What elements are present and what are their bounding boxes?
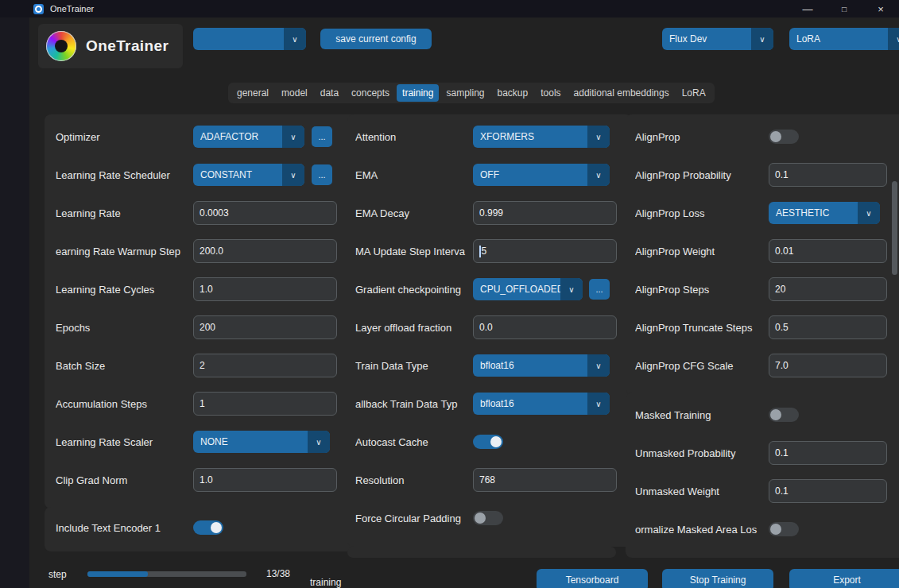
force-circular-padding-switch[interactable] xyxy=(473,511,503,525)
chevron-down-icon: ∨ xyxy=(587,354,610,377)
chevron-down-icon: ∨ xyxy=(587,393,610,415)
tab-concepts[interactable]: concepts xyxy=(346,84,395,102)
learning-rate-input[interactable]: 0.0003 xyxy=(193,201,337,225)
autocast-cache-switch[interactable] xyxy=(473,435,503,449)
fallback-train-data-type-dropdown[interactable]: bfloat16 ∨ xyxy=(473,393,610,415)
tab-lora[interactable]: LoRA xyxy=(676,84,711,102)
field-row: AlignProp CFG Scale 7.0 xyxy=(635,346,896,385)
alignprop-truncate-steps-input[interactable]: 0.5 xyxy=(769,315,887,339)
field-row: AlignProp Loss AESTHETIC ∨ xyxy=(635,194,896,232)
tab-tools[interactable]: tools xyxy=(535,84,566,102)
alignprop-cfg-scale-input[interactable]: 7.0 xyxy=(769,354,887,377)
include-text-encoder-1-switch[interactable] xyxy=(193,520,223,535)
gradient-checkpointing-more-button[interactable]: ... xyxy=(589,279,610,300)
alignprop-cfg-scale-label: AlignProp CFG Scale xyxy=(635,360,769,372)
field-row: MA Update Step Interva 5 xyxy=(355,232,624,270)
field-row: Gradient checkpointing CPU_OFFLOADED ∨ .… xyxy=(355,270,624,308)
learning-rate-warmup-steps-label: earning Rate Warmup Step xyxy=(56,246,193,257)
unmasked-weight-input[interactable]: 0.1 xyxy=(769,479,887,503)
learning-rate-cycles-input[interactable]: 1.0 xyxy=(193,277,337,301)
attention-label: Attention xyxy=(355,131,473,143)
alignprop-probability-input[interactable]: 0.1 xyxy=(769,163,887,187)
epochs-label: Epochs xyxy=(56,322,193,334)
stop-training-button[interactable]: Stop Training xyxy=(662,569,773,588)
training-method-dropdown[interactable]: LoRA ∨ xyxy=(789,28,899,50)
onetrainer-window: OneTrainer — □ × OneTrainer ∨ save curre… xyxy=(0,0,899,588)
maximize-button[interactable]: □ xyxy=(826,0,862,17)
attention-dropdown[interactable]: XFORMERS ∨ xyxy=(473,126,610,148)
model-type-dropdown[interactable]: Flux Dev ∨ xyxy=(662,28,773,50)
optimizer-more-button[interactable]: ... xyxy=(312,126,332,147)
accumulation-steps-label: Accumulation Steps xyxy=(56,398,193,410)
masked-training-switch[interactable] xyxy=(769,408,799,422)
text-encoder-panel: Include Text Encoder 1 xyxy=(45,507,360,551)
chevron-down-icon: ∨ xyxy=(751,28,773,50)
layer-offload-fraction-input[interactable]: 0.0 xyxy=(473,315,617,339)
fallback-train-data-type-label: allback Train Data Typ xyxy=(355,398,473,410)
tensorboard-button[interactable]: Tensorboard xyxy=(537,569,648,588)
ema-dropdown[interactable]: OFF ∨ xyxy=(473,164,610,186)
resolution-input[interactable]: 768 xyxy=(473,468,617,492)
resolution-label: Resolution xyxy=(355,474,473,486)
accumulation-steps-input[interactable]: 1 xyxy=(193,392,337,416)
field-row: AlignProp Probability 0.1 xyxy=(635,156,896,194)
field-row: Include Text Encoder 1 xyxy=(56,509,349,547)
tab-data[interactable]: data xyxy=(315,84,344,102)
chevron-down-icon: ∨ xyxy=(282,164,304,186)
field-row: Clip Grad Norm 1.0 xyxy=(56,461,349,499)
config-dropdown-value xyxy=(193,28,284,50)
ema-update-step-interval-input[interactable]: 5 xyxy=(473,239,617,263)
learning-rate-warmup-steps-input[interactable]: 200.0 xyxy=(193,239,337,263)
tab-sampling[interactable]: sampling xyxy=(440,84,490,102)
minimize-button[interactable]: — xyxy=(789,0,826,17)
tab-additional-embeddings[interactable]: additional embeddings xyxy=(568,84,675,102)
learning-rate-scheduler-more-button[interactable]: ... xyxy=(312,164,332,185)
normalize-masked-area-loss-switch[interactable] xyxy=(769,522,799,536)
field-row: Epochs 200 xyxy=(56,308,349,346)
masked-training-panel: Masked Training Unmasked Probability 0.1… xyxy=(626,393,899,558)
learning-rate-scheduler-label: Learning Rate Scheduler xyxy=(56,169,193,181)
window-left-margin xyxy=(0,17,29,588)
tab-bar: general model data concepts training sam… xyxy=(228,83,715,103)
unmasked-probability-input[interactable]: 0.1 xyxy=(769,441,887,465)
field-row: AlignProp xyxy=(635,118,896,156)
export-button[interactable]: Export xyxy=(789,569,899,588)
train-data-type-dropdown[interactable]: bfloat16 ∨ xyxy=(473,354,610,377)
learning-rate-scaler-dropdown[interactable]: NONE ∨ xyxy=(193,431,330,453)
ema-decay-input[interactable]: 0.999 xyxy=(473,201,617,225)
epochs-input[interactable]: 200 xyxy=(193,315,337,339)
field-row: Learning Rate 0.0003 xyxy=(56,194,349,232)
optimizer-dropdown[interactable]: ADAFACTOR ∨ xyxy=(193,126,304,148)
alignprop-panel: AlignProp AlignProp Probability 0.1 Alig… xyxy=(626,114,899,394)
masked-training-label: Masked Training xyxy=(635,409,769,421)
field-row: Masked Training xyxy=(635,396,896,434)
vertical-scrollbar-thumb[interactable] xyxy=(892,181,897,275)
train-settings-panel: Attention XFORMERS ∨ EMA OFF ∨ EMA Decay… xyxy=(347,114,632,547)
tab-general[interactable]: general xyxy=(231,84,274,102)
field-row: Accumulation Steps 1 xyxy=(56,385,349,423)
save-config-button[interactable]: save current config xyxy=(320,29,432,49)
ema-update-step-interval-label: MA Update Step Interva xyxy=(355,246,473,257)
layer-offload-fraction-label: Layer offload fraction xyxy=(355,322,473,334)
field-row: Train Data Type bfloat16 ∨ xyxy=(355,346,624,385)
field-row: Unmasked Probability 0.1 xyxy=(635,434,896,472)
batch-size-input[interactable]: 2 xyxy=(193,354,337,377)
title-bar: OneTrainer — □ × xyxy=(0,0,899,17)
learning-rate-scheduler-dropdown[interactable]: CONSTANT ∨ xyxy=(193,164,304,186)
train-data-type-label: Train Data Type xyxy=(355,360,473,372)
field-row: Resolution 768 xyxy=(355,461,624,499)
window-controls: — □ × xyxy=(789,0,899,17)
tab-backup[interactable]: backup xyxy=(492,84,534,102)
alignprop-steps-input[interactable]: 20 xyxy=(769,277,887,301)
close-button[interactable]: × xyxy=(862,0,899,17)
config-dropdown[interactable]: ∨ xyxy=(193,28,306,50)
alignprop-switch[interactable] xyxy=(769,130,799,144)
gradient-checkpointing-dropdown[interactable]: CPU_OFFLOADED ∨ xyxy=(473,278,583,300)
tab-training[interactable]: training xyxy=(397,84,439,102)
clip-grad-norm-input[interactable]: 1.0 xyxy=(193,468,337,492)
tab-model[interactable]: model xyxy=(276,84,313,102)
field-row: Batch Size 2 xyxy=(56,346,349,385)
next-section-panel-edge xyxy=(347,547,616,558)
alignprop-weight-input[interactable]: 0.01 xyxy=(769,239,887,263)
alignprop-loss-dropdown[interactable]: AESTHETIC ∨ xyxy=(769,202,880,224)
